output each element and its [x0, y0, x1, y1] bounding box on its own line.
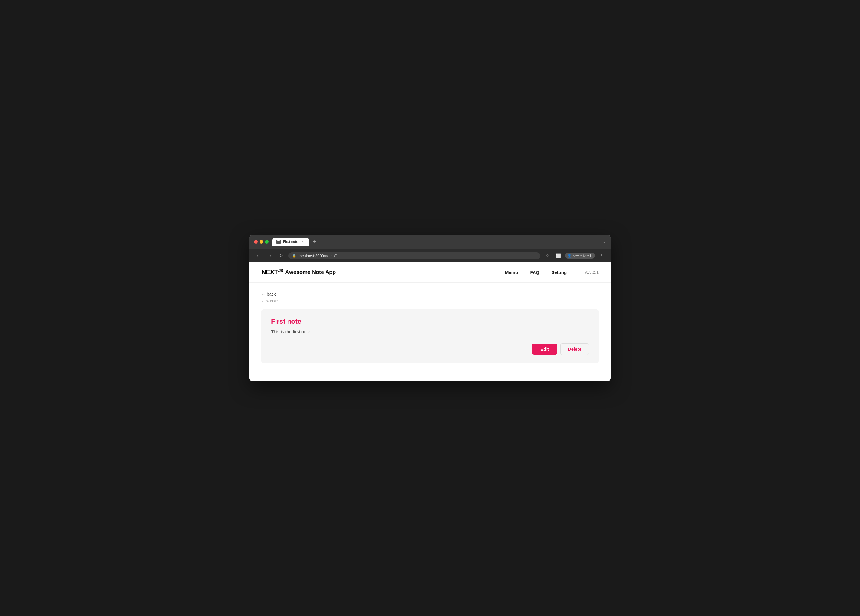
- app-title: Awesome Note App: [285, 269, 336, 276]
- incognito-avatar: 👤: [567, 254, 571, 258]
- note-actions: Edit Delete: [271, 343, 589, 355]
- lock-icon: 🔒: [292, 254, 296, 258]
- forward-button[interactable]: →: [265, 251, 274, 260]
- nextjs-logo: NEXT.JS: [261, 268, 283, 276]
- nextjs-suffix: .JS: [278, 268, 283, 273]
- nav-memo[interactable]: Memo: [505, 270, 518, 275]
- app-header: NEXT.JS Awesome Note App Memo FAQ Settin…: [250, 262, 610, 282]
- nav-faq[interactable]: FAQ: [530, 270, 539, 275]
- active-tab[interactable]: First note ×: [272, 238, 309, 246]
- minimize-traffic-light[interactable]: [260, 240, 263, 244]
- address-bar[interactable]: 🔒 localhost:3000/notes/1: [289, 252, 540, 259]
- page-body: ← back View Note First note This is the …: [250, 283, 610, 381]
- tab-close-button[interactable]: ×: [301, 240, 305, 244]
- tab-favicon: [276, 240, 281, 244]
- note-card: First note This is the first note. Edit …: [261, 309, 599, 364]
- browser-window: First note × + ⌄ ← → ↻ 🔒 localhost:3000/…: [250, 235, 610, 381]
- back-button[interactable]: ←: [254, 251, 262, 260]
- nav-links: Memo FAQ Setting: [505, 270, 567, 275]
- app-logo: NEXT.JS Awesome Note App: [261, 268, 336, 276]
- incognito-badge: 👤 シークレット: [565, 253, 595, 259]
- nav-setting[interactable]: Setting: [551, 270, 567, 275]
- edit-button[interactable]: Edit: [532, 343, 557, 355]
- breadcrumb: View Note: [261, 299, 599, 303]
- delete-button[interactable]: Delete: [560, 343, 589, 355]
- incognito-label: シークレット: [573, 254, 593, 258]
- page-content: NEXT.JS Awesome Note App Memo FAQ Settin…: [250, 262, 610, 381]
- note-body: This is the first note.: [271, 329, 589, 334]
- bookmark-icon[interactable]: ☆: [543, 251, 552, 260]
- back-link[interactable]: ← back: [261, 292, 276, 296]
- browser-chrome: First note × + ⌄ ← → ↻ 🔒 localhost:3000/…: [250, 235, 610, 262]
- traffic-lights: [254, 240, 268, 244]
- browser-addressbar: ← → ↻ 🔒 localhost:3000/notes/1 ☆ ⬜ 👤 シーク…: [250, 249, 610, 262]
- window-icon[interactable]: ⬜: [554, 251, 562, 260]
- tab-title: First note: [283, 240, 298, 244]
- menu-icon[interactable]: ⋮: [598, 251, 606, 260]
- reload-button[interactable]: ↻: [277, 251, 286, 260]
- tab-bar: First note × +: [272, 238, 599, 246]
- close-traffic-light[interactable]: [254, 240, 258, 244]
- toolbar-right: ☆ ⬜ 👤 シークレット ⋮: [543, 251, 606, 260]
- new-tab-button[interactable]: +: [310, 238, 319, 246]
- note-title: First note: [271, 318, 589, 326]
- browser-titlebar: First note × + ⌄: [250, 235, 610, 249]
- app-version: v13.2.1: [585, 270, 599, 274]
- tab-expand-icon[interactable]: ⌄: [603, 240, 606, 244]
- url-text: localhost:3000/notes/1: [299, 254, 537, 258]
- maximize-traffic-light[interactable]: [265, 240, 268, 244]
